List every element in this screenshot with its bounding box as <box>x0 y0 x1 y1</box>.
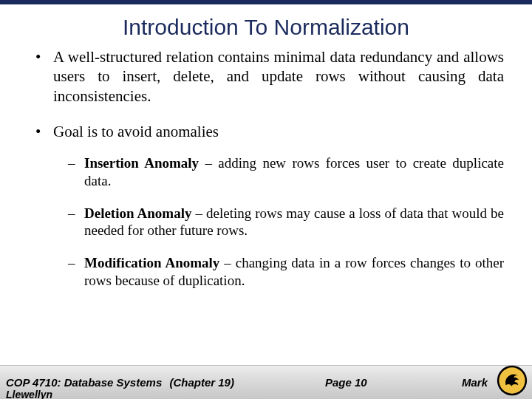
modification-anomaly-term: Modification Anomaly <box>84 255 219 270</box>
top-accent-bar <box>0 0 532 4</box>
deletion-anomaly-term: Deletion Anomaly <box>84 205 191 221</box>
footer-chapter: (Chapter 19) <box>169 376 234 389</box>
footer-author: Mark <box>462 376 488 389</box>
sub-bullet-insertion: Insertion Anomaly – adding new rows forc… <box>68 154 504 190</box>
sub-bullet-deletion: Deletion Anomaly – deleting rows may cau… <box>68 205 504 240</box>
slide-title: Introduction To Normalization <box>0 15 532 40</box>
footer-course: COP 4710: Database Systems <box>6 376 162 389</box>
bullet-goal: Goal is to avoid anomalies Insertion Ano… <box>35 122 504 290</box>
insertion-anomaly-term: Insertion Anomaly <box>84 155 199 171</box>
bullet-definition: A well-structured relation contains mini… <box>35 47 504 106</box>
footer-author-surname: Llewellyn <box>6 389 52 399</box>
slide-content: A well-structured relation contains mini… <box>0 47 532 290</box>
footer-page: Page 10 <box>325 376 367 389</box>
slide-footer: COP 4710: Database Systems (Chapter 19) … <box>0 365 532 399</box>
bullet-goal-text: Goal is to avoid anomalies <box>53 123 219 140</box>
sub-bullet-modification: Modification Anomaly – changing data in … <box>68 254 504 290</box>
ucf-pegasus-logo-icon <box>497 365 528 396</box>
